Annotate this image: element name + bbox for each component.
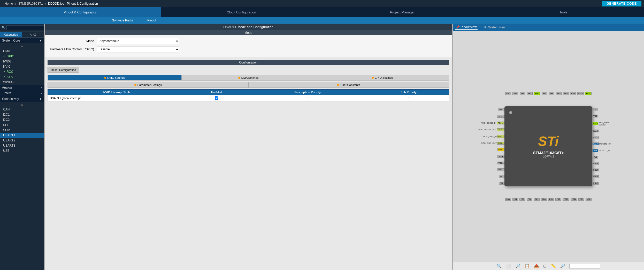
pin-pb4[interactable]: PB4 [563,92,569,95]
pin-right-vss[interactable]: VSS [592,115,598,117]
pin-pa6[interactable]: PA6 [527,198,532,201]
chip-search-input[interactable] [569,264,600,268]
pin-right-pa10[interactable]: PA10 USART1_RX [592,142,611,145]
pin-left-pc14[interactable]: RCC_OSC32_IN PC14.. [481,122,504,124]
pin-right-vdd[interactable]: VDD [592,108,598,111]
sidebar-item-iwdg[interactable]: IWDG [0,59,44,64]
sidebar-item-usart3[interactable]: USART3 [0,143,44,148]
pin-left-pc15[interactable]: RCC_OSC32_OUT PC15.. [478,128,504,131]
pin-left-pd0[interactable]: RCC_OSC_IN PD0-.. [484,135,504,138]
breadcrumb-file[interactable]: DDDDD.ioc - Pinout & Configuration [46,2,100,5]
nvic-enabled-checkbox[interactable] [215,96,218,100]
pin-pb9[interactable]: PB9 [520,92,525,95]
config-sub-tab-param[interactable]: Parameter Settings [48,82,249,88]
pin-pa3[interactable]: PA3 [505,198,511,201]
grid-button[interactable]: ⊞ [543,264,547,268]
tab-pinout-config[interactable]: Pinout & Configuration [0,7,161,17]
reset-config-button[interactable]: Reset Configuration [48,67,79,73]
sidebar-item-i2c1[interactable]: I2C1 [0,112,44,117]
pin-vss-top[interactable]: VSS [512,92,518,95]
pin-right-pb14[interactable]: PB14 [592,169,599,171]
pin-left-vdda[interactable]: VDDA [497,162,504,164]
sidebar-section-system-core[interactable]: System Core ▼ [0,38,44,43]
pin-pb8[interactable]: PB8 [527,92,533,95]
fit-button[interactable]: ⬜ [506,264,511,268]
sub-tab-pinout[interactable]: ⌄ Pinout [139,17,161,24]
pin-right-pa9[interactable]: PA9 USART1_TX [592,149,610,152]
mode-select[interactable]: Asynchronous [97,38,179,44]
pin-left-nrst[interactable]: NRST [497,148,504,151]
sidebar-section-timers[interactable]: Timers › [0,90,44,96]
tab-clock-config[interactable]: Clock Configuration [161,7,322,17]
sidebar-section-analog[interactable]: Analog › [0,85,44,90]
pin-right-pa8[interactable]: PA8 [592,156,598,158]
export-button[interactable]: 📤 [534,264,539,268]
pin-pa7[interactable]: PA7 [534,198,540,201]
pin-right-pb15[interactable]: PB15 [592,162,599,165]
sidebar-item-usart1[interactable]: USART1 [0,133,44,138]
breadcrumb-home[interactable]: Home [3,2,15,5]
pin-pb11[interactable]: PB11 [571,198,577,201]
sidebar-tab-categories[interactable]: Categories [0,32,22,37]
sidebar-tab-az[interactable]: A->Z [22,32,44,37]
pin-pa5[interactable]: PA5 [519,198,525,201]
search-chip-button[interactable]: 🔎 [560,264,565,268]
sidebar-item-nvic[interactable]: NVIC [0,64,44,69]
sub-tab-software-packs[interactable]: ⌄ Software Packs [103,17,139,24]
view-tab-system[interactable]: 🖥 System view [483,25,506,30]
pin-pa4[interactable]: PA4 [512,198,518,201]
pin-left-pa1[interactable]: PA1 [499,175,504,178]
copy-button[interactable]: 📋 [525,264,530,268]
sidebar-item-usb[interactable]: USB [0,148,44,153]
pin-pb0[interactable]: PB0 [541,198,547,201]
sidebar-item-i2c2[interactable]: I2C2 [0,117,44,122]
pin-left-vssa[interactable]: VSSA [497,155,504,158]
measure-button[interactable]: 📏 [551,264,556,268]
pin-vdd-top[interactable]: VDD [505,92,511,95]
sidebar-item-rcc[interactable]: RCC [0,69,44,74]
pin-right-pb13[interactable]: PB13 [592,175,599,178]
view-tab-pinout[interactable]: 📌 Pinout view [455,25,478,30]
pin-left-pa2[interactable]: PA2 [499,182,504,185]
pin-vdd-bot[interactable]: VDD [586,198,592,201]
sidebar-section-connectivity[interactable]: Connectivity ▼ [0,96,44,102]
generate-code-button[interactable]: GENERATE CODE [602,1,641,6]
pin-right-pa12[interactable]: PA12 [592,130,599,132]
zoom-out-button[interactable]: 🔎 [515,264,520,268]
pin-pb2[interactable]: PB2 [555,198,561,201]
sidebar-item-wwdg[interactable]: WWDG [0,80,44,85]
pin-right-pa11[interactable]: PA11 [592,136,599,139]
hw-flow-select[interactable]: Disable [97,46,179,52]
tab-project-manager[interactable]: Project Manager [322,7,483,17]
pin-right-pb12[interactable]: PB12 [592,182,599,185]
pin-pb6[interactable]: PB6 [549,92,554,95]
sidebar-item-gpio[interactable]: GPIO [0,54,44,59]
config-tab-nvic[interactable]: NVIC Settings [48,75,182,80]
pin-pb3[interactable]: PB3 [570,92,576,95]
pin-pb1[interactable]: PB1 [548,198,554,201]
pin-left-pa0[interactable]: PA0-.. [497,168,504,171]
config-tab-dma[interactable]: DMA Settings [182,75,316,80]
breadcrumb-device[interactable]: STM32F103C8Tx [16,2,45,5]
pin-right-pa13[interactable]: PA13 SYS_JTMS-SWDIO [592,121,613,126]
sidebar-item-dma[interactable]: DMA [0,49,44,54]
sidebar-item-usart2[interactable]: USART2 [0,138,44,143]
pin-pb10[interactable]: PB10 [563,198,569,201]
sidebar-item-spi1[interactable]: SPI1 [0,122,44,128]
pin-pb7[interactable]: PB7 [542,92,547,95]
pin-left-pc13[interactable]: PC13.. [497,115,504,118]
pin-pb5[interactable]: PB5 [556,92,562,95]
pin-left-pd1[interactable]: RCC_OSC_OUT PD1-.. [481,142,504,145]
config-sub-tab-user-const[interactable]: User Constants [249,82,449,88]
tab-tools[interactable]: Tools [483,7,644,17]
sidebar-item-spi2[interactable]: SPI2 [0,128,44,133]
pin-boot[interactable]: BOO [534,92,540,95]
config-tab-gpio[interactable]: GPIO Settings [315,75,449,80]
pin-left-vbat[interactable]: VBAT [497,108,504,111]
search-input[interactable] [6,25,44,30]
zoom-in-button[interactable]: 🔍 [497,264,502,268]
sidebar-item-sys[interactable]: SYS [0,74,44,80]
pin-pa14[interactable]: PA14 [585,92,592,95]
nvic-row-enabled[interactable] [186,95,247,101]
pin-vss-bot[interactable]: VSS [578,198,584,201]
